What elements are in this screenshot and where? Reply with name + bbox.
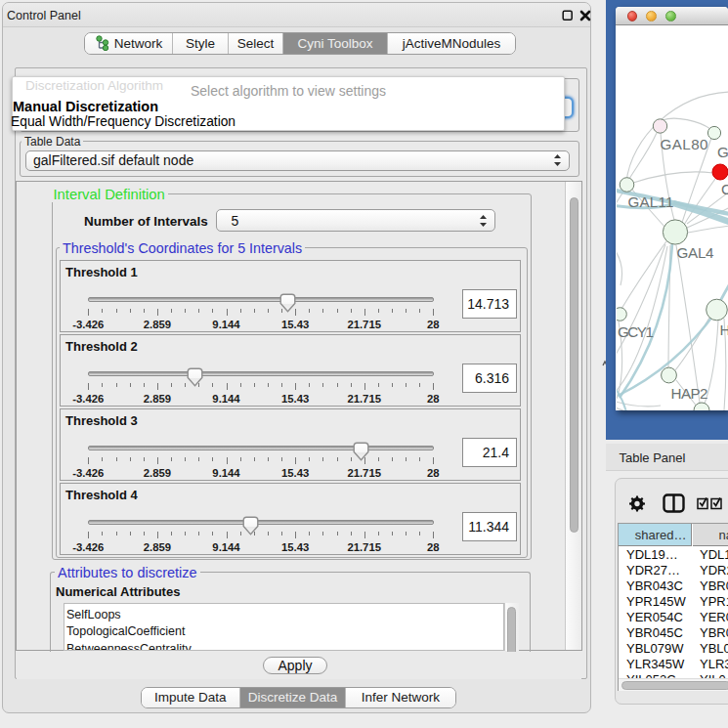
svg-text:GAL11: GAL11 xyxy=(628,193,674,210)
svg-text:H: H xyxy=(720,321,728,338)
svg-text:GCY1: GCY1 xyxy=(618,323,654,340)
svg-text:HAP2: HAP2 xyxy=(671,385,708,402)
svg-text:GA: GA xyxy=(717,144,728,160)
svg-text:C: C xyxy=(721,181,728,197)
svg-text:GAL80: GAL80 xyxy=(661,136,708,152)
svg-text:GAL4: GAL4 xyxy=(677,244,714,261)
